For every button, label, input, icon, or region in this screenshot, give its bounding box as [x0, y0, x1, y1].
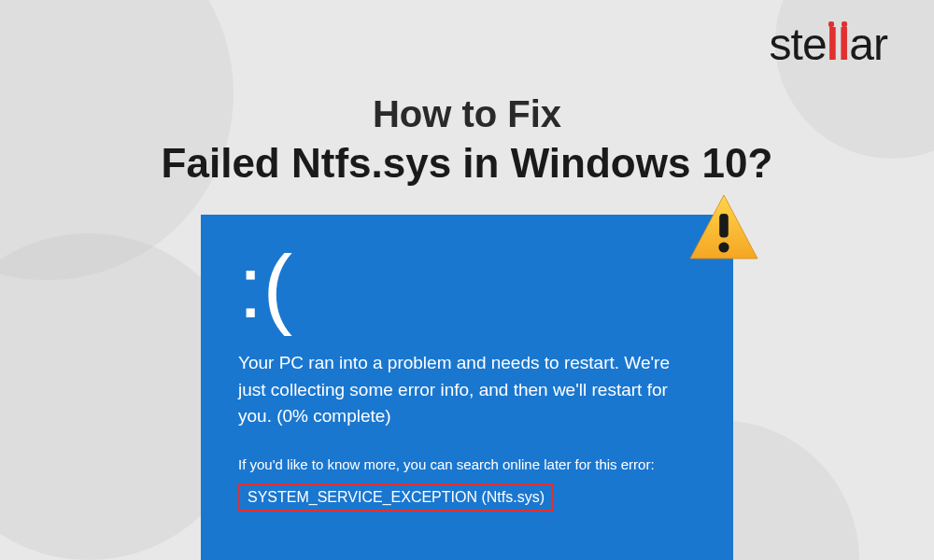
logo-text-pre: ste — [770, 20, 827, 69]
bsod-message-secondary: If you'd like to know more, you can sear… — [238, 456, 696, 472]
bsod-screenshot: :( Your PC ran into a problem and needs … — [201, 215, 733, 560]
logo-text-accent: ll — [827, 20, 850, 69]
logo-text-post: ar — [849, 20, 887, 69]
brand-logo: stellar — [770, 19, 887, 70]
article-title: How to Fix Failed Ntfs.sys in Windows 10… — [0, 93, 934, 187]
svg-point-2 — [718, 242, 729, 252]
title-line-1: How to Fix — [0, 93, 934, 135]
error-code-highlight: SYSTEM_SERVICE_EXCEPTION (Ntfs.sys) — [238, 483, 554, 511]
svg-rect-1 — [719, 214, 729, 238]
sad-face-emoticon: :( — [238, 243, 696, 331]
bsod-message-primary: Your PC ran into a problem and needs to … — [238, 350, 696, 430]
title-line-2: Failed Ntfs.sys in Windows 10? — [0, 140, 934, 187]
warning-icon — [686, 191, 761, 266]
